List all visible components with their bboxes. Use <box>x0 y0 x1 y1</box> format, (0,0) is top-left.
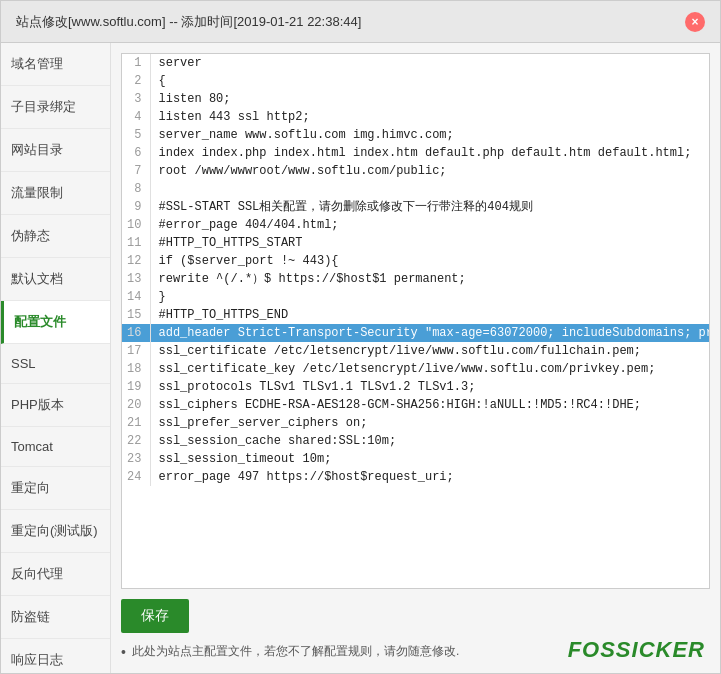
code-line-19: 19 ssl_protocols TLSv1 TLSv1.1 TLSv1.2 T… <box>122 378 710 396</box>
line-number: 18 <box>122 360 150 378</box>
sidebar-item-static[interactable]: 伪静态 <box>1 215 110 258</box>
line-code: server_name www.softlu.com img.himvc.com… <box>150 126 710 144</box>
line-code: listen 80; <box>150 90 710 108</box>
code-line-13: 13 rewrite ^(/.*）$ https://$host$1 perma… <box>122 270 710 288</box>
line-number: 23 <box>122 450 150 468</box>
info-text: 此处为站点主配置文件，若您不了解配置规则，请勿随意修改. <box>132 643 459 660</box>
line-code: ssl_certificate_key /etc/letsencrypt/liv… <box>150 360 710 378</box>
line-number: 13 <box>122 270 150 288</box>
line-code: #error_page 404/404.html; <box>150 216 710 234</box>
code-line-15: 15 #HTTP_TO_HTTPS_END <box>122 306 710 324</box>
line-number: 11 <box>122 234 150 252</box>
line-code: #HTTP_TO_HTTPS_END <box>150 306 710 324</box>
line-number: 14 <box>122 288 150 306</box>
code-line-2: 2{ <box>122 72 710 90</box>
line-code: ssl_ciphers ECDHE-RSA-AES128-GCM-SHA256:… <box>150 396 710 414</box>
line-number: 9 <box>122 198 150 216</box>
line-code: rewrite ^(/.*）$ https://$host$1 permanen… <box>150 270 710 288</box>
line-code: #SSL-START SSL相关配置，请勿删除或修改下一行带注释的404规则 <box>150 198 710 216</box>
line-number: 21 <box>122 414 150 432</box>
sidebar-item-domain[interactable]: 域名管理 <box>1 43 110 86</box>
line-code: { <box>150 72 710 90</box>
line-code: ssl_protocols TLSv1 TLSv1.1 TLSv1.2 TLSv… <box>150 378 710 396</box>
code-line-5: 5 server_name www.softlu.com img.himvc.c… <box>122 126 710 144</box>
code-line-6: 6 index index.php index.html index.htm d… <box>122 144 710 162</box>
code-line-8: 8 <box>122 180 710 198</box>
line-code: server <box>150 54 710 72</box>
line-code: if ($server_port !~ 443){ <box>150 252 710 270</box>
line-code: } <box>150 288 710 306</box>
code-line-16: 16 add_header Strict-Transport-Security … <box>122 324 710 342</box>
code-line-11: 11 #HTTP_TO_HTTPS_START <box>122 234 710 252</box>
line-code: ssl_prefer_server_ciphers on; <box>150 414 710 432</box>
code-line-18: 18 ssl_certificate_key /etc/letsencrypt/… <box>122 360 710 378</box>
line-number: 22 <box>122 432 150 450</box>
line-code <box>150 180 710 198</box>
line-code: ssl_session_cache shared:SSL:10m; <box>150 432 710 450</box>
code-editor[interactable]: 1server2{3 listen 80;4 listen 443 ssl ht… <box>121 53 710 589</box>
brand-label: FOSSICKER <box>568 637 705 663</box>
line-number: 6 <box>122 144 150 162</box>
sidebar-item-tomcat[interactable]: Tomcat <box>1 427 110 467</box>
code-line-12: 12 if ($server_port !~ 443){ <box>122 252 710 270</box>
code-line-9: 9 #SSL-START SSL相关配置，请勿删除或修改下一行带注释的404规则 <box>122 198 710 216</box>
line-code: error_page 497 https://$host$request_uri… <box>150 468 710 486</box>
actions-bar: 保存 <box>121 599 710 633</box>
line-number: 5 <box>122 126 150 144</box>
line-number: 12 <box>122 252 150 270</box>
line-number: 10 <box>122 216 150 234</box>
sidebar-item-redirect[interactable]: 重定向 <box>1 467 110 510</box>
main-content: 1server2{3 listen 80;4 listen 443 ssl ht… <box>111 43 720 673</box>
main-dialog: 站点修改[www.softlu.com] -- 添加时间[2019-01-21 … <box>0 0 721 674</box>
code-line-24: 24 error_page 497 https://$host$request_… <box>122 468 710 486</box>
code-line-20: 20 ssl_ciphers ECDHE-RSA-AES128-GCM-SHA2… <box>122 396 710 414</box>
sidebar-item-config[interactable]: 配置文件 <box>1 301 110 344</box>
sidebar-item-hotlink[interactable]: 防盗链 <box>1 596 110 639</box>
line-number: 19 <box>122 378 150 396</box>
line-code: add_header Strict-Transport-Security "ma… <box>150 324 710 342</box>
dialog-header: 站点修改[www.softlu.com] -- 添加时间[2019-01-21 … <box>1 1 720 43</box>
sidebar-item-traffic[interactable]: 流量限制 <box>1 172 110 215</box>
sidebar-item-default[interactable]: 默认文档 <box>1 258 110 301</box>
line-code: #HTTP_TO_HTTPS_START <box>150 234 710 252</box>
sidebar-item-proxy[interactable]: 反向代理 <box>1 553 110 596</box>
sidebar: 域名管理子目录绑定网站目录流量限制伪静态默认文档配置文件SSLPHP版本Tomc… <box>1 43 111 673</box>
line-number: 8 <box>122 180 150 198</box>
code-line-14: 14 } <box>122 288 710 306</box>
line-code: listen 443 ssl http2; <box>150 108 710 126</box>
sidebar-item-redirect-test[interactable]: 重定向(测试版) <box>1 510 110 553</box>
line-number: 24 <box>122 468 150 486</box>
line-number: 2 <box>122 72 150 90</box>
line-number: 15 <box>122 306 150 324</box>
sidebar-item-webroot[interactable]: 网站目录 <box>1 129 110 172</box>
line-number: 1 <box>122 54 150 72</box>
code-line-21: 21 ssl_prefer_server_ciphers on; <box>122 414 710 432</box>
sidebar-item-ssl[interactable]: SSL <box>1 344 110 384</box>
info-bullet: • <box>121 643 126 663</box>
save-button[interactable]: 保存 <box>121 599 189 633</box>
line-number: 3 <box>122 90 150 108</box>
line-number: 16 <box>122 324 150 342</box>
sidebar-item-subdir[interactable]: 子目录绑定 <box>1 86 110 129</box>
code-line-4: 4 listen 443 ssl http2; <box>122 108 710 126</box>
line-number: 20 <box>122 396 150 414</box>
code-table: 1server2{3 listen 80;4 listen 443 ssl ht… <box>122 54 710 486</box>
code-line-7: 7 root /www/wwwroot/www.softlu.com/publi… <box>122 162 710 180</box>
code-line-1: 1server <box>122 54 710 72</box>
line-number: 17 <box>122 342 150 360</box>
code-line-22: 22 ssl_session_cache shared:SSL:10m; <box>122 432 710 450</box>
line-code: root /www/wwwroot/www.softlu.com/public; <box>150 162 710 180</box>
code-line-23: 23 ssl_session_timeout 10m; <box>122 450 710 468</box>
sidebar-item-log[interactable]: 响应日志 <box>1 639 110 673</box>
code-line-3: 3 listen 80; <box>122 90 710 108</box>
dialog-body: 域名管理子目录绑定网站目录流量限制伪静态默认文档配置文件SSLPHP版本Tomc… <box>1 43 720 673</box>
line-code: ssl_certificate /etc/letsencrypt/live/ww… <box>150 342 710 360</box>
line-code: ssl_session_timeout 10m; <box>150 450 710 468</box>
dialog-title: 站点修改[www.softlu.com] -- 添加时间[2019-01-21 … <box>16 13 361 31</box>
code-line-17: 17 ssl_certificate /etc/letsencrypt/live… <box>122 342 710 360</box>
close-button[interactable]: × <box>685 12 705 32</box>
code-line-10: 10 #error_page 404/404.html; <box>122 216 710 234</box>
line-number: 4 <box>122 108 150 126</box>
sidebar-item-php[interactable]: PHP版本 <box>1 384 110 427</box>
line-code: index index.php index.html index.htm def… <box>150 144 710 162</box>
